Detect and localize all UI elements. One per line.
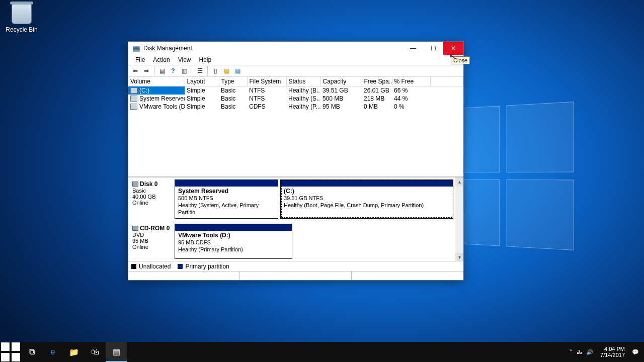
vol-free: 0 MB	[362, 103, 392, 111]
vol-layout: Simple	[185, 103, 219, 111]
svg-rect-4	[1, 353, 10, 361]
minimize-button[interactable]: —	[403, 42, 423, 55]
vol-name: System Reserved	[128, 95, 185, 103]
svg-rect-5	[12, 353, 20, 361]
toolbar: ⬅ ➡ ▤ ? ▥ ☰ ▯ ▦ ▦	[128, 65, 463, 77]
vol-capacity: 500 MB	[320, 95, 362, 103]
window-title: Disk Management	[143, 45, 403, 52]
toolbar-separator	[192, 66, 192, 75]
vol-name: VMware Tools (D:)	[128, 103, 185, 111]
disk-icon	[132, 182, 138, 187]
vol-fs: CDFS	[247, 103, 286, 111]
menu-help[interactable]: Help	[195, 55, 216, 64]
statusbar	[128, 271, 463, 280]
vol-pct: 66 %	[392, 86, 430, 95]
vol-layout: Simple	[185, 86, 219, 95]
partition[interactable]: VMware Tools (D:)95 MB CDFSHealthy (Prim…	[175, 224, 292, 259]
system-tray[interactable]: ˄ 🖧 🔊 4:04 PM 7/14/2017 💬	[565, 346, 644, 358]
clock-date: 7/14/2017	[600, 352, 625, 358]
clock[interactable]: 4:04 PM 7/14/2017	[597, 346, 628, 358]
trash-icon	[12, 4, 32, 24]
menu-action[interactable]: Action	[149, 55, 174, 64]
toolbar-separator	[154, 66, 154, 75]
toolbar-separator	[207, 66, 208, 75]
store-button[interactable]: 🛍	[85, 342, 106, 362]
scroll-down-icon[interactable]: ▾	[455, 253, 463, 261]
disk-icon	[132, 226, 138, 231]
task-view-button[interactable]: ⧉	[21, 342, 42, 362]
notifications-icon[interactable]: 💬	[632, 349, 639, 355]
col-type[interactable]: Type	[219, 77, 247, 86]
scrollbar[interactable]: ▴▾	[455, 177, 463, 261]
action-button[interactable]: ▯	[210, 66, 220, 76]
menu-file[interactable]: File	[131, 55, 149, 64]
disk-management-taskbar-button[interactable]: ▤	[106, 342, 127, 362]
col-pct-free[interactable]: % Free	[392, 77, 430, 86]
volume-row[interactable]: System ReservedSimpleBasicNTFSHealthy (S…	[128, 95, 463, 103]
drive-icon	[130, 104, 137, 110]
drive-icon	[130, 87, 137, 94]
vol-type: Basic	[219, 86, 247, 95]
taskbar: ⧉ e 📁 🛍 ▤ ˄ 🖧 🔊 4:04 PM 7/14/2017 💬	[0, 342, 644, 362]
vol-capacity: 95 MB	[320, 103, 362, 111]
disk-label[interactable]: Disk 0Basic40.00 GBOnline	[130, 179, 175, 219]
titlebar[interactable]: Disk Management — ☐ ✕	[128, 42, 463, 55]
partition[interactable]: (C:)39.51 GB NTFSHealthy (Boot, Page Fil…	[280, 179, 453, 219]
volume-icon[interactable]: 🔊	[586, 349, 593, 355]
settings-button[interactable]: ▥	[179, 66, 189, 76]
vol-pct: 0 %	[392, 103, 430, 111]
scroll-up-icon[interactable]: ▴	[455, 177, 463, 186]
swatch-blue-icon	[178, 264, 183, 269]
edge-icon: e	[51, 347, 55, 356]
vol-type: Basic	[219, 95, 247, 103]
network-icon[interactable]: 🖧	[577, 349, 582, 355]
clock-time: 4:04 PM	[600, 346, 625, 352]
vol-fs: NTFS	[247, 95, 286, 103]
partition-body: VMware Tools (D:)95 MB CDFSHealthy (Prim…	[175, 231, 292, 255]
partition-body: (C:)39.51 GB NTFSHealthy (Boot, Page Fil…	[281, 187, 453, 211]
partition-bar	[175, 224, 292, 231]
swatch-black-icon	[131, 264, 136, 269]
drive-icon	[130, 96, 137, 102]
forward-button[interactable]: ➡	[141, 66, 151, 76]
legend-unallocated: Unallocated	[131, 263, 171, 270]
refresh-button[interactable]: ☰	[195, 66, 205, 76]
col-filesystem[interactable]: File System	[247, 77, 286, 86]
col-volume[interactable]: Volume	[128, 77, 185, 86]
back-button[interactable]: ⬅	[130, 66, 140, 76]
volume-list[interactable]: Volume Layout Type File System Status Ca…	[128, 77, 463, 177]
col-capacity[interactable]: Capacity	[320, 77, 362, 86]
col-free-space[interactable]: Free Spa...	[362, 77, 392, 86]
show-hide-console-tree-button[interactable]: ▤	[157, 66, 167, 76]
svg-rect-2	[1, 342, 10, 351]
volume-row[interactable]: (C:)SimpleBasicNTFSHealthy (B...39.51 GB…	[128, 86, 463, 95]
col-layout[interactable]: Layout	[185, 77, 219, 86]
show-top-button[interactable]: ▦	[221, 66, 231, 76]
col-status[interactable]: Status	[286, 77, 320, 86]
vol-status: Healthy (P...	[286, 103, 320, 111]
desktop: Recycle Bin Disk Management — ☐ ✕ File A…	[0, 0, 644, 362]
menu-view[interactable]: View	[174, 55, 195, 64]
tray-chevron-icon[interactable]: ˄	[570, 349, 573, 355]
recycle-bin-icon[interactable]: Recycle Bin	[4, 4, 39, 33]
disk-row: Disk 0Basic40.00 GBOnlineSystem Reserved…	[130, 179, 461, 219]
vol-type: Basic	[219, 103, 247, 111]
file-explorer-button[interactable]: 📁	[63, 342, 85, 362]
edge-button[interactable]: e	[42, 342, 63, 362]
partition-body: System Reserved500 MB NTFSHealthy (Syste…	[175, 187, 278, 218]
app-icon	[131, 44, 141, 53]
maximize-button[interactable]: ☐	[423, 42, 443, 55]
disk-label[interactable]: CD-ROM 0DVD95 MBOnline	[130, 224, 175, 259]
close-tooltip: Close	[451, 56, 470, 64]
help-button[interactable]: ?	[168, 66, 178, 76]
store-icon: 🛍	[91, 347, 99, 356]
start-button[interactable]	[0, 342, 21, 362]
close-button[interactable]: ✕	[443, 42, 463, 55]
show-bottom-button[interactable]: ▦	[232, 66, 243, 76]
column-header-row[interactable]: Volume Layout Type File System Status Ca…	[128, 77, 463, 86]
partition[interactable]: System Reserved500 MB NTFSHealthy (Syste…	[175, 179, 278, 219]
recycle-bin-label: Recycle Bin	[4, 26, 39, 33]
volume-row[interactable]: VMware Tools (D:)SimpleBasicCDFSHealthy …	[128, 103, 463, 111]
partition-bar	[281, 180, 453, 187]
vol-status: Healthy (S...	[286, 95, 320, 103]
